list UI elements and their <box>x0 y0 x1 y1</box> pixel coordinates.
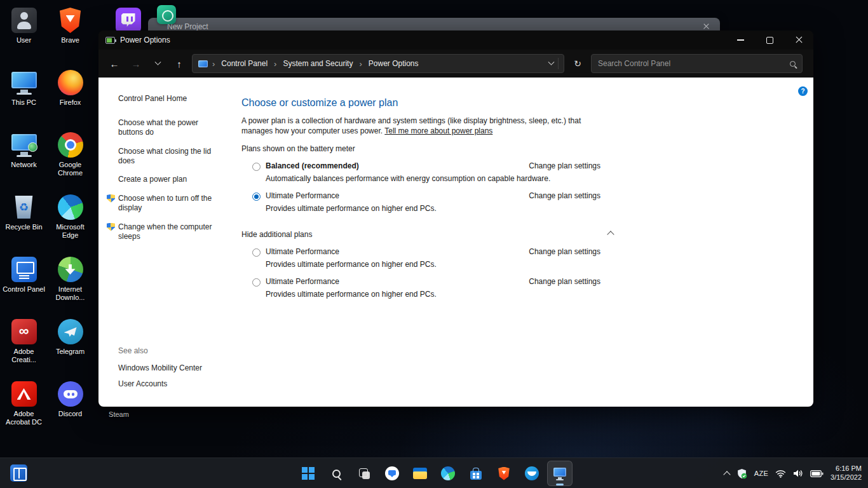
breadcrumb-power-options[interactable]: Power Options <box>367 58 421 69</box>
taskbar-left-widget-icon[interactable] <box>10 464 27 482</box>
control-panel-taskbar-button[interactable] <box>547 461 573 486</box>
breadcrumb-control-panel[interactable]: Control Panel <box>219 58 269 69</box>
desktop-icon-network[interactable]: Network <box>1 127 47 189</box>
change-plan-settings-link[interactable]: Change plan settings <box>529 247 600 256</box>
refresh-button[interactable]: ↻ <box>568 55 587 72</box>
collapse-chevron-icon[interactable] <box>607 231 614 238</box>
power-plan-row-ultimate-performance: Ultimate Performance Change plan setting… <box>241 183 613 213</box>
maximize-button[interactable] <box>755 30 784 50</box>
hidden-icons-chevron-icon[interactable] <box>723 471 730 478</box>
desktop-icon-recycle-bin[interactable]: Recycle Bin <box>1 189 47 252</box>
desktop-icon-adobe-acrobat[interactable]: Adobe Acrobat DC <box>1 376 47 438</box>
minimize-button[interactable] <box>726 30 755 50</box>
sidebar-item-power-buttons[interactable]: Choose what the power buttons do <box>118 118 219 138</box>
radio-ultimate-performance[interactable] <box>252 193 261 201</box>
sidebar-item-computer-sleeps[interactable]: Change when the computer sleeps <box>118 222 219 242</box>
uac-shield-icon <box>107 194 115 203</box>
titlebar[interactable]: Power Options <box>98 30 813 50</box>
search-box[interactable] <box>591 54 803 73</box>
search-icon[interactable] <box>790 61 796 67</box>
search-input[interactable] <box>598 59 790 68</box>
desktop-icon-this-pc[interactable]: This PC <box>1 65 47 127</box>
task-view-button[interactable] <box>351 461 377 486</box>
breadcrumb-separator-icon <box>274 58 276 69</box>
help-icon[interactable] <box>798 86 808 96</box>
section-hide-additional-plans[interactable]: Hide additional plans <box>241 230 613 239</box>
sidebar-item-turn-off-display[interactable]: Choose when to turn off the display <box>118 194 219 214</box>
desktop-wallpaper: User This PC Network Recycle Bin Control… <box>0 0 868 488</box>
chat-button[interactable] <box>379 461 405 486</box>
chat-icon <box>385 466 399 480</box>
desktop-icon-brave[interactable]: Brave <box>47 3 93 65</box>
breadcrumb-separator-icon <box>359 58 362 69</box>
plan-name[interactable]: Balanced (recommended) <box>266 161 359 170</box>
file-explorer-icon <box>413 468 427 479</box>
desktop-icon-label: Adobe Acrobat DC <box>1 410 47 426</box>
sidebar-item-closing-lid[interactable]: Choose what closing the lid does <box>118 147 219 166</box>
desktop-icon-label: Recycle Bin <box>5 223 42 231</box>
whale-browser-button[interactable] <box>519 461 545 486</box>
change-plan-settings-link[interactable]: Change plan settings <box>529 161 600 170</box>
desktop-icon-label: Control Panel <box>3 285 45 294</box>
tell-me-more-link[interactable]: Tell me more about power plans <box>384 126 492 135</box>
section-label: Hide additional plans <box>241 230 312 239</box>
adobe-acrobat-icon <box>11 381 37 407</box>
desktop-icon-telegram[interactable]: Telegram <box>47 314 93 376</box>
change-plan-settings-link[interactable]: Change plan settings <box>529 277 600 286</box>
desktop-icon-discord[interactable]: Discord <box>47 376 93 438</box>
change-plan-settings-link[interactable]: Change plan settings <box>529 191 600 200</box>
desktop-icon-user[interactable]: User <box>1 3 47 65</box>
window-content: Control Panel Home Choose what the power… <box>98 78 813 407</box>
desktop-icon-twitch[interactable] <box>105 3 151 33</box>
battery-icon[interactable] <box>810 470 824 477</box>
breadcrumb-system-and-security[interactable]: System and Security <box>281 58 355 69</box>
radio-ultimate-performance-2[interactable] <box>252 248 261 257</box>
brave-button[interactable] <box>491 461 517 486</box>
microsoft-store-button[interactable] <box>463 461 489 486</box>
radio-ultimate-performance-3[interactable] <box>252 278 261 287</box>
recent-locations-dropdown[interactable] <box>149 55 166 72</box>
desktop-icon-control-panel[interactable]: Control Panel <box>1 252 47 314</box>
edge-icon <box>441 466 455 480</box>
desktop-icon-microsoft-edge[interactable]: Microsoft Edge <box>47 189 93 252</box>
plan-name[interactable]: Ultimate Performance <box>266 247 339 256</box>
desktop-icon-internet-download-manager[interactable]: Internet Downlo... <box>47 252 93 314</box>
sidebar-item-control-panel-home[interactable]: Control Panel Home <box>118 94 234 103</box>
desktop-icon-google-chrome[interactable]: Google Chrome <box>47 127 93 189</box>
up-button[interactable]: ↑ <box>170 55 188 72</box>
address-bar[interactable]: Control Panel System and Security Power … <box>192 54 564 73</box>
desktop-icon-adobe-creative-cloud[interactable]: Adobe Creati... <box>1 314 47 376</box>
power-options-window: Power Options ← → ↑ Control Panel System… <box>98 30 813 407</box>
wifi-icon[interactable] <box>775 470 786 478</box>
plan-description: Automatically balances performance with … <box>266 174 600 183</box>
security-shield-icon[interactable] <box>736 468 747 479</box>
close-button[interactable] <box>784 30 813 50</box>
forward-button[interactable]: → <box>127 55 145 72</box>
language-indicator[interactable]: AZE <box>754 470 768 477</box>
desktop-icon-label: Brave <box>61 36 79 44</box>
radio-balanced[interactable] <box>252 163 261 171</box>
taskbar-clock[interactable]: 6:16 PM 3/15/2022 <box>831 464 862 482</box>
chevron-down-icon <box>154 58 161 65</box>
desktop-icon-label: This PC <box>11 98 36 107</box>
idm-icon <box>58 257 83 282</box>
plan-name[interactable]: Ultimate Performance <box>266 277 339 286</box>
back-button[interactable]: ← <box>105 55 123 72</box>
file-explorer-button[interactable] <box>407 461 433 486</box>
power-plan-row-balanced: Balanced (recommended) Change plan setti… <box>241 153 613 183</box>
plan-name[interactable]: Ultimate Performance <box>266 191 339 200</box>
sidebar-item-user-accounts[interactable]: User Accounts <box>118 379 234 388</box>
desktop-icon-steam-label[interactable]: Steam <box>98 410 139 418</box>
start-button[interactable] <box>295 461 321 486</box>
volume-icon[interactable] <box>793 469 803 478</box>
sidebar-item-create-power-plan[interactable]: Create a power plan <box>118 175 219 184</box>
taskbar-search-button[interactable] <box>323 461 349 486</box>
sidebar-item-windows-mobility-center[interactable]: Windows Mobility Center <box>118 363 234 372</box>
edge-button[interactable] <box>435 461 461 486</box>
edge-icon <box>58 194 83 220</box>
address-dropdown-icon[interactable] <box>548 58 555 65</box>
desktop-icon-label: Network <box>11 161 36 169</box>
desktop-icon-firefox[interactable]: Firefox <box>47 65 93 127</box>
brave-icon <box>59 8 82 33</box>
main-panel: Choose or customize a power plan A power… <box>241 78 813 407</box>
